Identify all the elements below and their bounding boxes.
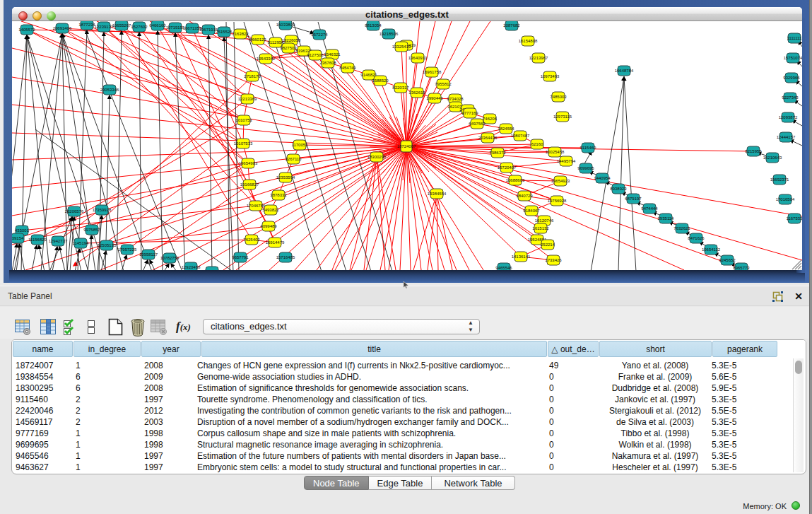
svg-text:9227343: 9227343 <box>782 95 799 100</box>
svg-text:1615132: 1615132 <box>532 226 549 230</box>
svg-text:19654983: 19654983 <box>239 161 258 165</box>
svg-text:8454749: 8454749 <box>339 66 356 70</box>
svg-text:8220317: 8220317 <box>392 86 409 90</box>
svg-text:746206: 746206 <box>483 117 498 121</box>
svg-text:435001: 435001 <box>15 228 30 233</box>
svg-text:13325419: 13325419 <box>392 45 411 49</box>
svg-text:10543342: 10543342 <box>257 57 276 61</box>
svg-text:4099489: 4099489 <box>260 224 277 228</box>
svg-text:17957225: 17957225 <box>118 247 137 252</box>
svg-text:1733426: 1733426 <box>545 258 562 262</box>
svg-text:16914479: 16914479 <box>266 240 285 245</box>
svg-text:13640910: 13640910 <box>408 56 428 60</box>
svg-text:12923468: 12923468 <box>182 265 201 269</box>
svg-text:9975857: 9975857 <box>83 228 100 232</box>
svg-text:1990443: 1990443 <box>426 96 443 100</box>
svg-text:1170051: 1170051 <box>292 143 309 147</box>
svg-text:8813054: 8813054 <box>365 23 382 28</box>
svg-text:1440954: 1440954 <box>594 176 611 180</box>
svg-text:12973115: 12973115 <box>553 115 572 119</box>
svg-text:9827503: 9827503 <box>280 46 297 50</box>
svg-text:9699695: 9699695 <box>577 166 594 170</box>
svg-text:3878332: 3878332 <box>270 193 287 197</box>
svg-text:9572274: 9572274 <box>311 33 328 37</box>
svg-text:7625402: 7625402 <box>243 238 260 242</box>
svg-text:2718176: 2718176 <box>244 74 261 78</box>
svg-text:10655267: 10655267 <box>112 23 131 28</box>
svg-text:252214: 252214 <box>541 243 555 247</box>
svg-text:1527602: 1527602 <box>131 25 148 29</box>
svg-text:12239137: 12239137 <box>95 25 114 29</box>
svg-text:7163822: 7163822 <box>232 32 249 36</box>
svg-text:1111111: 1111111 <box>787 36 802 40</box>
svg-text:10973493: 10973493 <box>541 74 560 78</box>
svg-text:1877234: 1877234 <box>78 23 95 27</box>
svg-text:12093872: 12093872 <box>779 115 798 119</box>
svg-text:15720407: 15720407 <box>498 165 517 170</box>
svg-text:15692371: 15692371 <box>770 177 789 182</box>
svg-text:8471626: 8471626 <box>688 236 705 240</box>
svg-text:19756928: 19756928 <box>548 199 567 203</box>
svg-text:7485003: 7485003 <box>550 95 567 99</box>
svg-text:20053346: 20053346 <box>100 88 119 92</box>
svg-text:15751074: 15751074 <box>784 56 802 60</box>
svg-text:16961758: 16961758 <box>423 70 442 74</box>
svg-text:1546321: 1546321 <box>324 52 341 57</box>
svg-text:2935114: 2935114 <box>658 216 675 221</box>
svg-text:16210643: 16210643 <box>763 156 782 160</box>
svg-text:9115460: 9115460 <box>580 146 597 150</box>
svg-text:14495794: 14495794 <box>557 159 576 163</box>
svg-text:9734028: 9734028 <box>447 97 464 101</box>
svg-text:7632621: 7632621 <box>673 226 690 230</box>
svg-text:16033809: 16033809 <box>276 23 295 27</box>
svg-text:8215955: 8215955 <box>745 149 762 153</box>
svg-text:16648784: 16648784 <box>615 69 634 73</box>
svg-text:10958117: 10958117 <box>139 252 158 257</box>
svg-text:20691406: 20691406 <box>53 26 72 30</box>
svg-text:6879197: 6879197 <box>625 197 642 201</box>
svg-text:10688609: 10688609 <box>506 178 525 182</box>
svg-text:6497563: 6497563 <box>469 122 486 126</box>
svg-text:19384554: 19384554 <box>428 192 447 196</box>
svg-text:10782759: 10782759 <box>160 256 180 260</box>
svg-text:9777169: 9777169 <box>461 111 478 115</box>
svg-text:10107533: 10107533 <box>234 141 253 146</box>
svg-text:10025458: 10025458 <box>546 150 565 154</box>
svg-text:9127508: 9127508 <box>307 53 324 57</box>
svg-text:5493822: 5493822 <box>262 208 279 212</box>
svg-text:12213369: 12213369 <box>238 97 257 101</box>
svg-text:6466160: 6466160 <box>149 23 166 28</box>
svg-text:14136141: 14136141 <box>512 255 531 259</box>
svg-text:1362615: 1362615 <box>408 90 425 95</box>
svg-text:8965773: 8965773 <box>733 266 750 270</box>
svg-text:16120746: 16120746 <box>535 218 554 223</box>
svg-text:16154808: 16154808 <box>519 39 538 43</box>
svg-text:15716485: 15716485 <box>276 255 295 259</box>
svg-text:9474444: 9474444 <box>641 206 658 211</box>
svg-text:19654923: 19654923 <box>551 179 570 183</box>
svg-text:12213967: 12213967 <box>529 56 548 60</box>
svg-text:62160: 62160 <box>531 142 543 146</box>
svg-text:8660123: 8660123 <box>249 37 266 42</box>
svg-text:12505135: 12505135 <box>98 243 117 247</box>
svg-text:9465546: 9465546 <box>495 266 512 270</box>
svg-text:12444157: 12444157 <box>777 135 796 139</box>
svg-text:17016504: 17016504 <box>776 197 795 201</box>
svg-text:19218506: 19218506 <box>379 32 399 36</box>
svg-text:1824554: 1824554 <box>498 127 514 131</box>
svg-text:1588520: 1588520 <box>372 78 389 83</box>
svg-text:12353594: 12353594 <box>276 175 295 180</box>
svg-text:19166827: 19166827 <box>240 182 259 187</box>
svg-text:8938923: 8938923 <box>610 187 627 191</box>
svg-text:11156829: 11156829 <box>28 238 47 242</box>
svg-text:12942737: 12942737 <box>49 239 68 243</box>
svg-text:20364436: 20364436 <box>478 136 498 140</box>
svg-text:7986372: 7986372 <box>489 151 506 155</box>
svg-text:10654112: 10654112 <box>702 247 721 252</box>
svg-text:1010753: 1010753 <box>235 118 252 122</box>
svg-text:2087682: 2087682 <box>503 23 520 28</box>
svg-text:10807487: 10807487 <box>511 134 530 138</box>
svg-text:9329966: 9329966 <box>783 76 800 80</box>
svg-text:2367608: 2367608 <box>319 61 336 65</box>
svg-text:7955812: 7955812 <box>435 82 452 86</box>
